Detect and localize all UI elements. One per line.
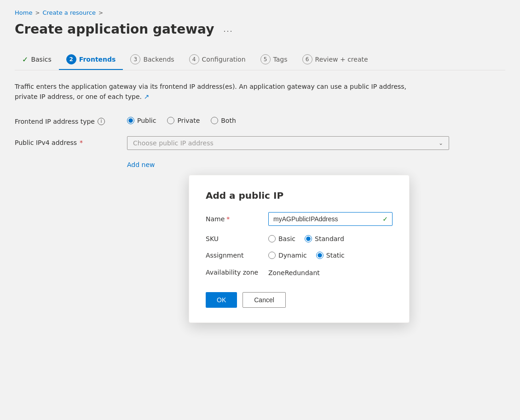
add-public-ip-modal: Add a public IP Name * ✓ SKU Basic bbox=[189, 175, 410, 178]
modal-overlay: Add a public IP Name * ✓ SKU Basic bbox=[0, 0, 520, 178]
